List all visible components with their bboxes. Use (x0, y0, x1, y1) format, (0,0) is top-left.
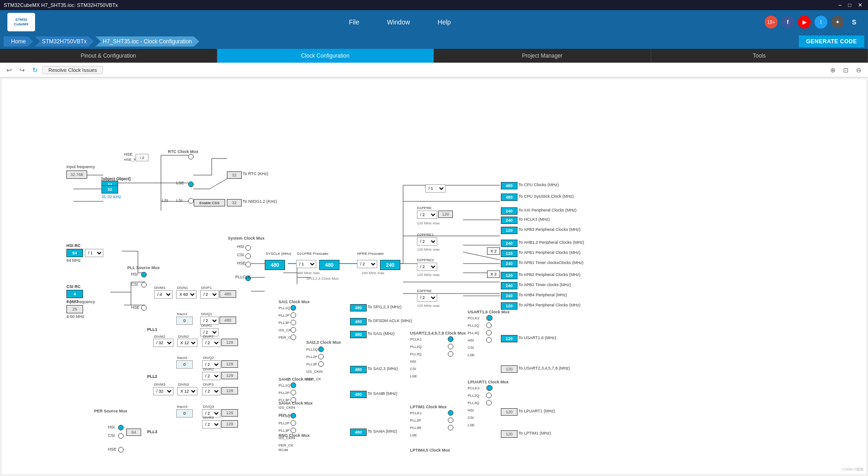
redo-button[interactable]: ↪ (17, 65, 28, 75)
resolve-clock-issues-button[interactable]: Resolve Clock Issues (42, 66, 103, 74)
rtc-mux-lse[interactable] (188, 182, 194, 187)
pll3-label: PLL3 (147, 429, 157, 434)
usart2378-mux-pll2q[interactable] (448, 344, 453, 349)
undo-button[interactable]: ↩ (4, 65, 15, 75)
divm3-select[interactable]: / 32 (153, 387, 173, 395)
toolbar: ↩ ↪ ↻ Resolve Clock Issues ⊕ ⊡ ⊖ (0, 63, 868, 77)
pll-mux-csi[interactable] (141, 282, 147, 288)
usart16-mux-pll2q[interactable] (486, 323, 492, 328)
close-button[interactable]: ✕ (856, 2, 864, 8)
fracn2-input[interactable] (176, 360, 193, 369)
lptim1-lse: LSE (410, 433, 417, 437)
breadcrumb-current[interactable]: H7_SHT35.ioc - Clock Configuration (95, 36, 199, 47)
zoom-in-button[interactable]: ⊕ (827, 65, 838, 75)
pll-mux-hsi[interactable] (141, 272, 147, 277)
divm2-select[interactable]: / 32/ 1 (153, 339, 173, 347)
usart16-mux-pclk2-sel[interactable] (487, 315, 493, 321)
tab-pinout[interactable]: Pinout & Configuration (0, 49, 217, 63)
enable-css-button[interactable]: Enable CSS (194, 199, 225, 206)
per-mux-hsi[interactable] (118, 425, 124, 430)
divn2-select[interactable]: X 129 (177, 339, 197, 347)
rtc-mux-hse[interactable] (188, 154, 194, 159)
menu-window[interactable]: Window (387, 18, 410, 26)
sai4b-mux-pll1q[interactable] (291, 382, 296, 388)
lpuart1-mux-pll2q[interactable] (486, 393, 492, 398)
breadcrumb-device[interactable]: STM32H750VBTx (35, 36, 94, 47)
breadcrumb-home[interactable]: Home (4, 36, 33, 47)
hsi-div-select[interactable]: / 1/ 2/ 4/ 8 (85, 249, 103, 257)
menu-file[interactable]: File (349, 18, 359, 26)
fit-button[interactable]: ⊡ (840, 65, 851, 75)
sai23-mux-pll3p[interactable] (318, 361, 324, 367)
div2-rtc-box[interactable]: / 2 (136, 154, 149, 161)
sai1-mux-pll1q[interactable] (291, 305, 296, 311)
lpuart1-mux-pll3q[interactable] (486, 400, 492, 405)
cpu-div-select[interactable]: / 1 (425, 184, 446, 193)
divp1-label: DIVP1 (201, 286, 212, 290)
sai4a-mux-pll1q[interactable] (291, 413, 296, 418)
d3ppre-label: D3PPRE (417, 289, 432, 293)
sai4b-mux-pll2p[interactable] (291, 390, 296, 395)
fracn3-label: fracn3 (177, 405, 187, 409)
menu-help[interactable]: Help (438, 18, 451, 26)
fracn1-input[interactable] (176, 317, 193, 325)
lptim1-mux-pll3r[interactable] (448, 425, 453, 430)
youtube-icon[interactable]: ▶ (798, 16, 811, 29)
divp1-select[interactable]: / 2/ 1 (200, 290, 219, 299)
d1cpre-select[interactable]: / 1/ 2 (296, 260, 316, 268)
refresh-button[interactable]: ↻ (30, 65, 41, 75)
sai4a-mux-pll3p[interactable] (291, 428, 296, 433)
usart16-mux-pll3q[interactable] (486, 330, 492, 335)
sys-mux-hsi[interactable] (245, 245, 251, 251)
tab-project[interactable]: Project Manager (434, 49, 651, 63)
hpre-select[interactable]: / 2/ 1/ 4 (357, 260, 377, 268)
zoom-out-button[interactable]: ⊖ (853, 65, 864, 75)
divp2-select[interactable]: / 2 (202, 339, 220, 347)
sys-mux-hse[interactable] (245, 262, 251, 267)
sai1-mux-perck[interactable] (291, 335, 296, 340)
d2ppre1-select[interactable]: / 2 (417, 237, 437, 246)
divn3-select[interactable]: X 129 (177, 387, 197, 395)
d3ppre-select[interactable]: / 2 (417, 294, 437, 302)
to-sai4b-label: To SAI4B (MHz) (368, 391, 398, 396)
maximize-button[interactable]: □ (846, 2, 853, 8)
usart2378-lse: LSE (410, 374, 417, 378)
lptim1-mux-pll2p[interactable] (448, 417, 453, 423)
twitter-icon[interactable]: t (814, 16, 827, 29)
sai23-mux-pll2p[interactable] (318, 354, 324, 359)
sai1-mux-i2sckin[interactable] (291, 327, 296, 333)
usart16-mux-hsi[interactable] (486, 337, 492, 343)
sai23-mux-pll1q[interactable] (318, 347, 324, 352)
per-mux-hse[interactable] (118, 447, 124, 452)
usart16-lse: LSE (468, 353, 475, 357)
divr2-select[interactable]: / 2 (202, 372, 220, 380)
sys-mux-csi[interactable] (245, 253, 251, 259)
sai4a-mux-pll2p[interactable] (291, 420, 296, 426)
usart2378-mux-sel[interactable] (448, 336, 453, 342)
rtc-mux-lsi[interactable] (188, 198, 194, 204)
divr3-select[interactable]: / 2 (202, 420, 220, 429)
minimize-button[interactable]: – (837, 2, 844, 8)
d1ppre-select[interactable]: / 2/ 1 (417, 211, 437, 219)
notification-icon[interactable]: 19+ (765, 16, 778, 29)
generate-code-button[interactable]: GENERATE CODE (799, 35, 864, 47)
divp3-select[interactable]: / 2 (202, 387, 220, 395)
d2ppre2-select[interactable]: / 2 (417, 263, 437, 271)
extra-icon[interactable]: S (848, 16, 861, 29)
sai1-mux-pll3p[interactable] (291, 320, 296, 325)
per-mux-csi[interactable] (118, 433, 124, 439)
lptim1-mux-pclk1[interactable] (448, 410, 453, 416)
divn1-select[interactable]: X 60X 50 (176, 290, 196, 299)
facebook-icon[interactable]: f (781, 16, 794, 29)
pll-mux-hse[interactable] (141, 305, 147, 311)
tab-clock[interactable]: Clock Configuration (217, 49, 434, 63)
sai1-mux-pll2p[interactable] (291, 312, 296, 318)
fracn3-input[interactable] (176, 409, 193, 417)
divm1-select[interactable]: / 4/ 1/ 2 (154, 290, 172, 299)
usart2378-mux-pll3q[interactable] (448, 351, 453, 357)
to-apb4-val: 120 (501, 302, 517, 310)
star-icon[interactable]: ✦ (831, 16, 844, 29)
tab-tools[interactable]: Tools (651, 49, 868, 63)
lpuart1-mux-sel[interactable] (487, 385, 493, 391)
csi-rc-label: CSI RC (66, 284, 81, 289)
